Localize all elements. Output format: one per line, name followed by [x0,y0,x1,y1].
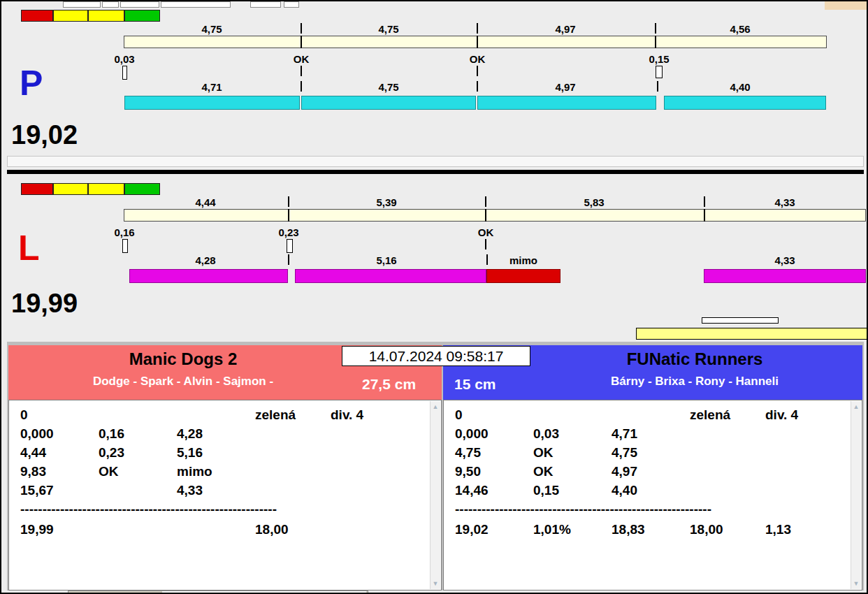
dog-time-label: 4,97 [555,81,575,93]
change-label: OK [470,53,486,65]
status-light-1 [21,183,53,195]
result-cell: 19,99 [20,522,54,537]
result-row: 14,46 0,15 4,40 [444,483,862,500]
result-cell: mimo [177,464,212,479]
result-cell: 0 [20,407,28,423]
lane-total-time: 19,02 [11,122,78,148]
window-fragment[interactable] [63,1,101,8]
status-light-1 [21,10,53,22]
dog-time-label: 5,16 [376,254,396,266]
result-row: 0,000 0,03 4,71 [444,426,862,444]
mini-progress-bar [702,317,779,324]
window-fragment[interactable] [161,1,231,8]
result-cell: 0,16 [99,426,124,442]
result-cell: zelená [255,407,296,423]
dog-time-bar [129,269,288,283]
split-time-label: 4,44 [195,196,215,208]
result-row: 4,44 0,23 5,16 [9,445,441,463]
result-row: 15,67 4,33 [9,483,441,500]
result-cell: 4,97 [612,464,637,479]
segment-tick [477,81,478,92]
segment-tick [486,254,488,265]
change-ok-tick [301,66,302,76]
result-row: 0 zelená div. 4 [9,407,441,425]
window-fragment[interactable] [120,1,159,8]
result-cell: 4,33 [177,483,203,498]
status-light-2 [53,10,88,22]
dog-time-bar [477,96,656,110]
dog-time-bar [295,269,486,283]
team-left-results-panel[interactable]: 0 zelená div. 4 0,000 0,16 4,28 4,44 0,2… [8,400,442,591]
split-time-label: 4,75 [378,23,398,35]
segment-tick [288,254,289,265]
track-divider [704,209,705,222]
result-cell: 0,000 [20,426,54,442]
change-label: 0,23 [278,226,298,238]
dog-time-label: 4,40 [730,81,750,93]
window-fragment[interactable] [284,1,299,8]
result-cell: 4,75 [455,445,481,461]
result-cell: div. 4 [765,407,798,423]
dog-time-bar [664,96,826,110]
empty-row [7,156,864,167]
track-divider [655,36,656,48]
segment-tick [485,196,486,207]
scroll-up-icon[interactable]: ▲ [851,402,861,412]
result-cell: OK [99,464,119,479]
result-cell: 19,02 [455,522,489,537]
segment-tick [477,23,478,34]
datetime-box: 14.07.2024 09:58:17 [342,346,530,366]
change-label: 0,15 [649,53,669,65]
change-label: OK [478,226,494,238]
dog-time-bar [301,96,476,110]
change-fault-box [287,239,293,253]
result-row: 4,75 OK 4,75 [444,445,862,463]
section-divider [7,170,864,174]
window-fragment[interactable] [250,1,281,8]
track-divider [477,36,478,48]
result-cell: div. 4 [331,407,363,423]
result-cell: 15,67 [20,483,54,498]
result-row: 19,99 18,00 [9,522,441,539]
result-cell: 4,40 [612,483,637,498]
segment-tick [704,196,705,207]
dog-time-label: 4,33 [774,254,795,266]
status-light-2 [53,183,88,195]
status-light-3 [88,10,124,22]
team-name: FUNatic Runners [530,349,859,369]
flyball-timing-window: 4,75 4,75 4,97 4,56 0,03 OK OK 0,15 4,71… [0,0,868,594]
result-cell: 18,00 [255,522,289,537]
track-divider [485,209,486,222]
scroll-down-icon[interactable]: ▼ [431,579,440,588]
result-cell: OK [533,464,554,479]
dog-time-label: 4,71 [201,81,222,93]
result-cell: 1,01% [533,522,571,537]
status-light-3 [88,183,124,195]
jump-height-label: 15 cm [454,376,496,393]
result-row: ----------------------------------------… [444,502,862,519]
scroll-up-icon[interactable]: ▲ [431,402,440,412]
scrollbar[interactable]: ▲ ▼ [430,401,440,589]
result-cell: 4,28 [177,426,203,442]
dog-time-bar [124,96,300,110]
dog-time-bar [704,269,866,283]
scrollbar[interactable]: ▲ ▼ [851,401,861,589]
window-fragment[interactable] [102,1,119,8]
scroll-down-icon[interactable]: ▼ [851,579,861,588]
split-time-label: 4,75 [201,23,222,35]
result-cell: OK [533,445,554,461]
team-right-results-panel[interactable]: 0 zelená div. 4 0,000 0,03 4,71 4,75 OK … [443,400,862,591]
result-cell: 4,71 [612,426,637,442]
split-time-label: 4,56 [730,23,750,35]
team-name: Manic Dogs 2 [8,349,358,369]
window-fragment[interactable] [162,591,366,594]
result-row: 0 zelená div. 4 [444,407,862,425]
change-ok-tick [477,66,478,76]
result-row: 9,83 OK mimo [9,464,441,481]
status-light-4 [124,10,160,22]
status-light-4 [124,183,160,195]
segment-tick [655,23,656,34]
desktop-corner [825,1,868,10]
track-divider [288,209,289,222]
result-row: 0,000 0,16 4,28 [9,426,441,444]
